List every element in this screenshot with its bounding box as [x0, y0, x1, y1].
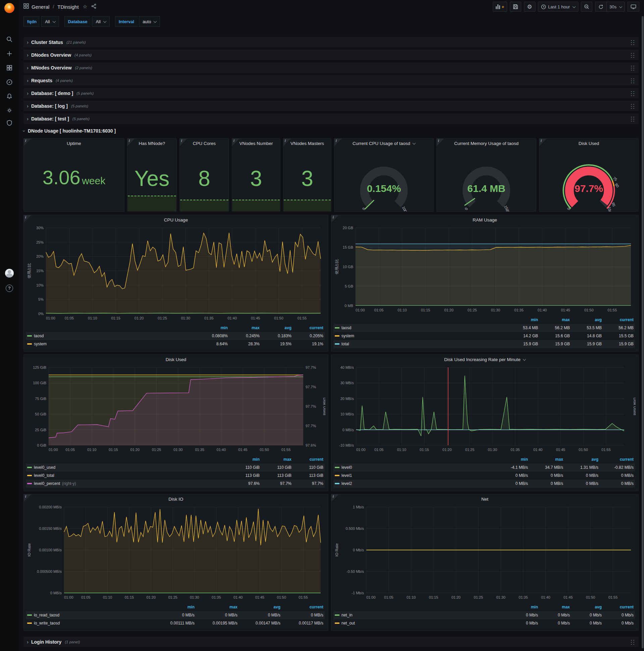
variable-database-value[interactable]: All [92, 16, 109, 27]
drag-handle[interactable] [630, 116, 635, 122]
panel-title[interactable]: CPU Usage [24, 215, 328, 224]
legend-header[interactable]: current [282, 603, 325, 611]
legend-header[interactable]: min [508, 603, 539, 611]
legend-header[interactable]: avg [571, 603, 603, 611]
legend-header[interactable]: current [293, 324, 325, 332]
time-range-picker[interactable]: Last 1 hour [538, 2, 578, 12]
legend-header[interactable]: avg [261, 324, 293, 332]
chart-plot[interactable]: 0 MB/s0.000500 MB/s0.00100 MB/s0.00150 M… [27, 504, 325, 601]
drag-handle[interactable] [630, 103, 635, 109]
legend-header[interactable]: current [600, 455, 635, 463]
drag-handle[interactable] [630, 40, 635, 45]
panel-title[interactable]: RAM Usage [331, 215, 638, 224]
info-icon[interactable]: i [539, 138, 547, 146]
panel-title[interactable]: Disk IO [24, 494, 328, 504]
page-scrollbar[interactable] [642, 16, 644, 648]
row-database-log[interactable]: › Database: [ log ](5 panels) [24, 101, 639, 111]
create-plus-icon[interactable] [0, 47, 19, 60]
row-dnodes-overview[interactable]: › DNodes Overview(4 panels) [24, 50, 639, 60]
configuration-gear-icon[interactable] [0, 104, 19, 117]
legend-series-total[interactable]: total [333, 340, 508, 348]
legend-header[interactable]: min [153, 603, 196, 611]
legend-series-io_read_taosd[interactable]: io_read_taosd [26, 611, 153, 619]
chart-plot[interactable]: 0 GiB25 GiB50 GiB75 GiB100 GiB125 GiB01:… [27, 364, 325, 453]
info-icon[interactable]: i [24, 138, 31, 146]
panel-title[interactable]: Disk Used Increasing Rate per Minute [331, 355, 638, 364]
breadcrumb-title[interactable]: TDinsight [57, 4, 78, 10]
legend-series-level1[interactable]: level1 [333, 471, 494, 479]
legend-header[interactable]: min [197, 324, 229, 332]
panel-title[interactable]: Disk Used [539, 138, 638, 148]
legend-header[interactable]: max [539, 316, 571, 324]
info-icon[interactable]: i [127, 138, 135, 146]
chart-plot[interactable]: -10 MB/s0 MB/s10 MB/s20 MB/s30 MB/s40 MB… [334, 364, 636, 453]
drag-handle[interactable] [630, 639, 635, 645]
info-icon[interactable]: i [331, 215, 339, 222]
legend-series-level0_percent[interactable]: level0_percent(right-y) [26, 479, 229, 488]
legend-header[interactable]: max [539, 603, 571, 611]
share-icon[interactable] [91, 4, 96, 10]
info-icon[interactable]: i [180, 138, 187, 146]
info-icon[interactable]: i [437, 138, 444, 146]
chart-plot[interactable]: 0%5%10%15%20%25%30%01:0001:0501:1001:150… [27, 224, 325, 322]
variable-fqdn-value[interactable]: All [41, 16, 59, 27]
help-icon[interactable]: ? [0, 282, 19, 294]
tv-mode-button[interactable] [627, 2, 639, 12]
panel-title[interactable]: Uptime [24, 138, 124, 148]
row-database-demo[interactable]: › Database: [ demo ](5 panels) [24, 88, 639, 98]
info-icon[interactable]: i [232, 138, 239, 146]
add-panel-button[interactable]: + [493, 2, 507, 12]
legend-series-level0[interactable]: level0 [333, 463, 494, 471]
legend-series-level0_total[interactable]: level0_total [26, 471, 229, 479]
row-requests[interactable]: › Requests(4 panels) [24, 75, 639, 86]
legend-header[interactable]: min [508, 316, 539, 324]
legend-header[interactable]: current [603, 316, 635, 324]
legend-header[interactable]: avg [565, 455, 600, 463]
drag-handle[interactable] [630, 78, 635, 83]
refresh-button[interactable] [595, 2, 606, 12]
refresh-interval-dropdown[interactable]: 30s [606, 2, 625, 12]
alerting-bell-icon[interactable] [0, 90, 19, 103]
chart-plot[interactable]: -1 Mb/s-0.50 Mb/s0 Mb/s0.500 Mb/s1 Mb/s0… [334, 504, 636, 601]
chart-plot[interactable]: 0 MB5 GB10 GB15 GB20 GB01:0001:0501:1001… [334, 224, 636, 314]
legend-series-system[interactable]: system [333, 332, 508, 340]
zoom-out-time-button[interactable] [581, 2, 592, 12]
panel-title[interactable]: Current CPU Usage of taosd [334, 138, 433, 148]
dashboard-grid-icon[interactable] [24, 3, 29, 10]
legend-header[interactable]: current [603, 603, 635, 611]
row-cluster-status[interactable]: › Cluster Status(21 panels) [24, 37, 639, 47]
legend-series-level2[interactable]: level2 [333, 479, 494, 488]
legend-series-level0_used[interactable]: level0_used [26, 463, 229, 471]
user-avatar[interactable] [0, 267, 19, 280]
row-mnodes-overview[interactable]: › MNodes Overview(2 panels) [24, 62, 639, 73]
info-icon[interactable]: i [334, 138, 342, 146]
info-icon[interactable]: i [24, 494, 31, 502]
variable-interval-value[interactable]: auto [139, 16, 160, 27]
row-dnode-usage[interactable]: › DNode Usage [ huolinhe-TM1701:6030 ] [24, 126, 639, 135]
info-icon[interactable]: i [24, 215, 31, 222]
search-icon[interactable] [0, 33, 19, 45]
panel-title[interactable]: Disk Used [24, 355, 328, 364]
legend-header[interactable]: current [293, 455, 325, 463]
legend-header[interactable]: max [529, 455, 565, 463]
legend-series-taosd[interactable]: taosd [333, 324, 508, 332]
dashboards-icon[interactable] [0, 61, 19, 74]
row-login-history[interactable]: › Login History(1 panel) [24, 637, 639, 647]
legend-series-io_write_taosd[interactable]: io_write_taosd [26, 619, 153, 627]
drag-handle[interactable] [630, 52, 635, 58]
dashboard-settings-button[interactable]: ⚙ [524, 2, 535, 12]
legend-header[interactable]: avg [239, 603, 282, 611]
panel-title[interactable]: Current Memory Usage of taosd [437, 138, 536, 148]
legend-series-taosd[interactable]: taosd [26, 332, 197, 340]
legend-series-net_out[interactable]: net_out [333, 619, 508, 627]
row-database-test[interactable]: › Database: [ test ](5 panels) [24, 114, 639, 124]
breadcrumb-section[interactable]: General [32, 4, 49, 10]
legend-header[interactable]: min [494, 455, 529, 463]
favorite-star-icon[interactable]: ☆ [83, 4, 87, 10]
legend-series-system[interactable]: system [26, 340, 197, 348]
panel-title[interactable]: Net [331, 494, 638, 504]
legend-header[interactable]: min [229, 455, 261, 463]
info-icon[interactable]: i [331, 494, 339, 502]
legend-header[interactable]: max [261, 455, 293, 463]
grafana-logo[interactable] [4, 3, 14, 13]
